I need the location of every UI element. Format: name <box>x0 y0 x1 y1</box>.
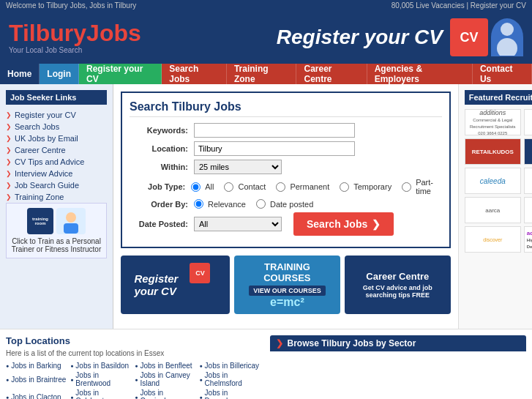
jobtype-radios: All Contact Permanent Temporary Part-tim… <box>191 178 442 195</box>
main-nav: Home Login Register your CV Search Jobs … <box>0 64 532 84</box>
jobtype-perm-radio[interactable] <box>276 182 285 192</box>
orderby-date-label: Date posted <box>270 200 313 209</box>
register-cv-banner[interactable]: Register your CV <box>277 18 523 56</box>
recruiter-discover[interactable]: discover <box>465 226 521 253</box>
keywords-row: Keywords: <box>130 123 442 138</box>
logo-tilbury: Tilbury <box>9 20 86 46</box>
top-locations-subtitle: Here is a list of the current top locati… <box>6 349 263 357</box>
dateposted-select[interactable]: All Today Last 3 days Last 7 days <box>194 217 282 231</box>
browse-sector-label: Browse Tilbury Jobs by Sector <box>288 338 416 348</box>
locations-grid: Jobs in Barking Jobs in Basildon Jobs in… <box>6 362 263 399</box>
jobtype-part-radio[interactable] <box>402 182 411 192</box>
location-braintree[interactable]: Jobs in Braintree <box>6 371 69 387</box>
logo: TilburyJobs Your Local Job Search <box>9 21 141 54</box>
sidebar-cv-tips[interactable]: CV Tips and Advice <box>6 157 107 166</box>
center-content: Search Tilbury Jobs Keywords: Location: … <box>113 84 458 329</box>
top-bar: Welcome to Tilbury Jobs, Jobs in Tilbury… <box>0 0 532 11</box>
right-sidebar: Featured Recruiters additions Commercial… <box>458 84 532 329</box>
sidebar-links: Register your CV Search Jobs UK Jobs by … <box>6 109 107 203</box>
location-brentwood[interactable]: Jobs in Brentwood <box>70 371 133 387</box>
recruiter-caleeda[interactable]: caleeda <box>465 168 521 194</box>
nav-register-cv[interactable]: Register your CV <box>79 64 162 84</box>
sidebar-interview[interactable]: Interview Advice <box>6 169 107 178</box>
sidebar-career-centre[interactable]: Career Centre <box>6 146 107 154</box>
sidebar-title: Job Seeker Links <box>6 90 107 105</box>
recruiter-everest[interactable]: Everest <box>524 109 532 135</box>
sidebar-job-guide[interactable]: Job Search Guide <box>6 181 107 190</box>
recruiter-day[interactable]: dayeducation <box>524 168 532 194</box>
orderby-relevance-radio[interactable] <box>194 199 203 209</box>
recruiter-aarca[interactable]: aarca <box>465 197 521 223</box>
location-billericay[interactable]: Jobs in Billericay <box>199 362 262 370</box>
promo-career[interactable]: Career Centre Get CV advice and job sear… <box>345 256 451 314</box>
jobtype-temp-radio[interactable] <box>340 182 349 192</box>
keywords-input[interactable] <box>194 123 355 138</box>
recruiter-synarbor[interactable]: Synarboreducation <box>524 197 532 223</box>
promo-register[interactable]: Registeryour CV CV <box>121 256 230 314</box>
logo-title: TilburyJobs <box>9 21 141 45</box>
sidebar-search-jobs[interactable]: Search Jobs <box>6 122 107 131</box>
jobtype-perm-label: Permanent <box>290 182 329 191</box>
orderby-relevance-label: Relevance <box>208 200 246 209</box>
within-row: Within: 25 miles 5 miles 10 miles 50 mil… <box>130 160 442 174</box>
within-select[interactable]: 25 miles 5 miles 10 miles 50 miles <box>194 160 282 174</box>
nav-home[interactable]: Home <box>0 64 40 84</box>
recruiter-retail[interactable]: RETAILKUDOS <box>465 138 521 165</box>
location-basildon[interactable]: Jobs in Basildon <box>70 362 133 370</box>
location-benfleet[interactable]: Jobs in Benfleet <box>135 362 198 370</box>
location-input[interactable] <box>194 141 355 156</box>
nav-career-centre[interactable]: Career Centre <box>296 64 367 84</box>
location-chelmsford[interactable]: Jobs in Chelmsford <box>199 371 262 387</box>
keywords-label: Keywords: <box>130 126 188 135</box>
search-button[interactable]: Search Jobs <box>293 212 394 236</box>
logo-jobs: Jobs <box>86 20 141 46</box>
recruiter-accenture[interactable]: accentureHigh performance. Delivered. <box>524 226 532 253</box>
nav-agencies[interactable]: Agencies & Employers <box>367 64 473 84</box>
nav-training-zone[interactable]: Training Zone <box>227 64 297 84</box>
jobtype-temp-label: Temporary <box>353 182 391 191</box>
sidebar-register-cv[interactable]: Register your CV <box>6 111 107 119</box>
promo-training[interactable]: TRAININGCOURSES VIEW OUR COURSES e=mc² <box>234 256 340 314</box>
promo-row: Registeryour CV CV TRAININGCOURSES VIEW … <box>121 256 451 314</box>
location-dagenham[interactable]: Jobs in Dagenham <box>199 389 262 399</box>
top-locations: Top Locations Here is a list of the curr… <box>6 335 270 399</box>
location-barking[interactable]: Jobs in Barking <box>6 362 69 370</box>
jobtype-all-label: All <box>205 182 214 191</box>
location-canvey[interactable]: Jobs in Canvey Island <box>135 371 198 387</box>
promo-register-icon: CV <box>184 263 216 307</box>
svg-point-1 <box>497 38 517 56</box>
location-colchester[interactable]: Jobs in Colchester <box>70 389 133 399</box>
search-form: Search Tilbury Jobs Keywords: Location: … <box>121 92 451 248</box>
browse-sector-header[interactable]: Browse Tilbury Jobs by Sector <box>270 335 527 351</box>
search-title: Search Tilbury Jobs <box>130 100 442 117</box>
promo-training-sub: VIEW OUR COURSES <box>249 286 326 296</box>
training-room-promo[interactable]: training room Click to Train as a Person… <box>6 203 107 258</box>
promo-training-math: e=mc² <box>270 296 304 309</box>
location-corringham[interactable]: Jobs in Corringham <box>135 389 198 399</box>
nav-search-jobs[interactable]: Search Jobs <box>162 64 227 84</box>
orderby-row: Order By: Relevance Date posted <box>130 199 442 209</box>
header: TilburyJobs Your Local Job Search Regist… <box>0 11 532 64</box>
jobtype-all-radio[interactable] <box>191 182 201 192</box>
register-cv-text: Register your CV <box>277 26 443 49</box>
jobtype-contact-radio[interactable] <box>224 182 233 192</box>
location-clacton[interactable]: Jobs in Clacton <box>6 389 69 399</box>
svg-point-0 <box>501 23 514 36</box>
recruiter-bewley[interactable]: Bewley <box>524 138 532 165</box>
orderby-radios: Relevance Date posted <box>194 199 319 209</box>
recruiter-additions[interactable]: additions Commercial & Legal Recruitment… <box>465 109 521 135</box>
training-promo-text: Click to Train as a Personal Trainer or … <box>11 237 102 253</box>
sidebar-uk-jobs[interactable]: UK Jobs by Email <box>6 134 107 143</box>
bottom-content: Top Locations Here is a list of the curr… <box>0 329 532 399</box>
dateposted-label: Date Posted: <box>130 220 188 228</box>
nav-login[interactable]: Login <box>40 64 79 84</box>
sidebar-training[interactable]: Training Zone <box>6 193 107 201</box>
orderby-date-radio[interactable] <box>256 199 266 209</box>
promo-career-title: Career Centre <box>366 271 429 282</box>
jobtype-contact-label: Contact <box>238 182 266 191</box>
promo-training-title: TRAININGCOURSES <box>263 261 310 283</box>
promo-career-sub: Get CV advice and job searching tips FRE… <box>349 284 446 299</box>
browse-sector: Browse Tilbury Jobs by Sector <box>270 335 527 399</box>
nav-contact-us[interactable]: Contact Us <box>473 64 532 84</box>
bottom-section: Top Locations Here is a list of the curr… <box>0 329 532 399</box>
